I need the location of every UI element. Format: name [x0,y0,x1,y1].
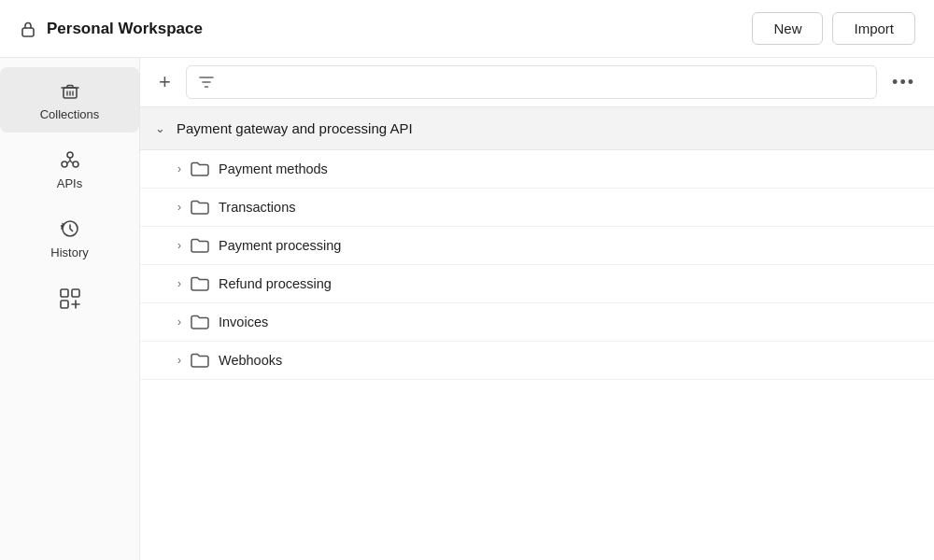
sidebar: Collections APIs [0,58,140,560]
collection-item-label: Transactions [219,200,295,215]
folder-icon [191,275,209,292]
svg-rect-0 [22,28,34,36]
chevron-right-icon: › [177,354,181,367]
toolbar: + ••• [140,58,934,107]
collection-item-payment-processing[interactable]: › Payment processing [140,227,934,265]
collections-icon [58,78,82,103]
sidebar-item-history[interactable]: History [0,205,139,271]
svg-point-4 [73,161,78,167]
folder-icon [191,352,209,369]
collection-root-item[interactable]: ⌄ Payment gateway and processing API [140,107,934,150]
main-layout: Collections APIs [0,58,934,560]
sidebar-item-apis[interactable]: APIs [0,136,139,202]
apis-icon [58,147,82,172]
sidebar-history-label: History [50,245,88,259]
app-header: Personal Workspace New Import [0,0,934,58]
history-icon [58,217,82,241]
svg-rect-8 [61,301,68,308]
svg-point-2 [67,152,73,158]
more-options-button[interactable]: ••• [886,69,921,96]
sidebar-apis-label: APIs [57,176,82,190]
collection-tree: ⌄ Payment gateway and processing API › P… [140,107,934,380]
new-button[interactable]: New [752,12,823,45]
collection-item-label: Payment methods [219,161,328,176]
search-bar[interactable] [186,65,877,99]
chevron-right-icon: › [177,277,181,290]
collection-item-label: Payment processing [219,238,341,253]
content-area: + ••• ⌄ Payment gateway and processing A… [140,58,934,560]
collection-root-label: Payment gateway and processing API [177,120,413,136]
collection-item-webhooks[interactable]: › Webhooks [140,342,934,380]
collection-item-invoices[interactable]: › Invoices [140,303,934,342]
chevron-right-icon: › [177,239,181,252]
plus-icon: + [159,72,171,92]
collection-item-refund-processing[interactable]: › Refund processing [140,265,934,303]
folder-icon [191,161,209,177]
folder-icon [191,237,209,254]
filter-icon [198,74,215,91]
sidebar-item-collections[interactable]: Collections [0,67,139,133]
collection-item-transactions[interactable]: › Transactions [140,189,934,227]
collection-item-label: Invoices [219,315,268,329]
collection-item-label: Refund processing [219,276,332,291]
add-button[interactable]: + [153,68,177,96]
svg-point-3 [62,161,67,167]
sidebar-item-add-workspace[interactable] [0,274,139,323]
chevron-right-icon: › [177,201,181,214]
header-buttons: New Import [752,12,915,45]
chevron-down-icon: ⌄ [155,121,165,135]
header-left: Personal Workspace [19,20,203,38]
collection-item-label: Webhooks [219,353,282,368]
svg-rect-7 [72,289,79,297]
add-workspace-icon [57,286,83,312]
chevron-right-icon: › [177,162,181,175]
chevron-right-icon: › [177,315,181,329]
svg-rect-6 [61,289,68,297]
folder-icon [191,314,209,330]
import-button[interactable]: Import [832,12,915,45]
lock-icon [19,20,37,38]
workspace-title: Personal Workspace [47,20,203,38]
sidebar-collections-label: Collections [40,107,100,121]
collection-item-payment-methods[interactable]: › Payment methods [140,150,934,189]
folder-icon [191,199,209,216]
